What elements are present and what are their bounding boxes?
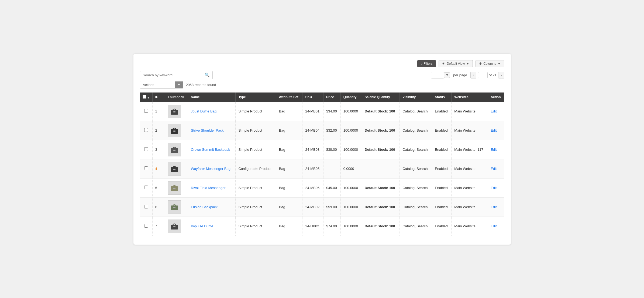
th-status: Status xyxy=(432,93,452,102)
row-websites: Main Website xyxy=(452,121,488,140)
chevron-down-icon3: ▼ xyxy=(147,97,150,99)
row-id: 7 xyxy=(152,217,165,236)
row-status: Enabled xyxy=(432,159,452,178)
row-attribute-set: Bag xyxy=(276,121,302,140)
row-id: 5 xyxy=(152,178,165,197)
th-name: Name xyxy=(188,93,236,102)
row-visibility: Catalog, Search xyxy=(400,121,432,140)
current-page-input[interactable]: 1 xyxy=(478,72,488,78)
row-checkbox-5[interactable] xyxy=(144,205,148,208)
row-attribute-set: Bag xyxy=(276,217,302,236)
product-name-link-0[interactable]: Joust Duffle Bag xyxy=(191,109,216,113)
eye-icon: 👁 xyxy=(442,62,445,66)
product-thumbnail-0 xyxy=(168,105,181,118)
prev-page-button[interactable]: ‹ xyxy=(470,72,476,78)
row-salable-quantity: Default Stock: 100 xyxy=(362,140,400,159)
row-action: Edit xyxy=(488,102,504,121)
th-quantity: Quantity xyxy=(340,93,362,102)
row-sku: 24-MB05 xyxy=(302,159,323,178)
per-page-input[interactable]: 100 xyxy=(431,72,444,78)
row-checkbox-0[interactable] xyxy=(144,109,148,113)
row-sku: 24-MB03 xyxy=(302,140,323,159)
product-name-link-4[interactable]: Rival Field Messenger xyxy=(191,186,226,190)
default-view-button[interactable]: 👁 Default View ▼ xyxy=(439,60,473,67)
edit-link-5[interactable]: Edit xyxy=(491,205,497,209)
default-view-label: Default View xyxy=(447,62,465,66)
row-price: $59.00 xyxy=(323,197,340,217)
row-action: Edit xyxy=(488,217,504,236)
row-quantity: 100.0000 xyxy=(340,121,362,140)
svg-rect-1 xyxy=(173,111,175,112)
row-checkbox-6[interactable] xyxy=(144,224,148,228)
page-input-wrap: 1 of 21 xyxy=(478,72,497,78)
table-row: 7 Impulse Duffle Simple Product Bag 24-U… xyxy=(140,217,504,236)
row-action: Edit xyxy=(488,159,504,178)
svg-rect-5 xyxy=(173,150,175,151)
row-checkbox-3[interactable] xyxy=(144,166,148,170)
svg-rect-13 xyxy=(173,226,175,227)
actions-arrow[interactable]: ▼ xyxy=(175,81,183,88)
row-sku: 24-UB02 xyxy=(302,217,323,236)
row-salable-quantity xyxy=(362,159,400,178)
th-websites: Websites xyxy=(452,93,488,102)
row-price: $34.00 xyxy=(323,102,340,121)
actions-dropdown[interactable]: Actions Delete Change Status Update Attr… xyxy=(140,81,175,88)
row-checkbox-1[interactable] xyxy=(144,128,148,132)
th-sku: SKU xyxy=(302,93,323,102)
edit-link-2[interactable]: Edit xyxy=(491,148,497,152)
edit-link-1[interactable]: Edit xyxy=(491,128,497,132)
main-container: ▿ Filters 👁 Default View ▼ ⚙ Columns ▼ 🔍… xyxy=(133,54,511,245)
svg-rect-9 xyxy=(173,188,175,189)
row-checkbox-cell xyxy=(140,140,153,159)
search-input[interactable] xyxy=(140,71,202,79)
row-action: Edit xyxy=(488,140,504,159)
columns-button[interactable]: ⚙ Columns ▼ xyxy=(476,60,504,67)
pagination-row: 100 ▼ per page ‹ 1 of 21 › xyxy=(431,72,504,78)
table-row: 3 Crown Summit Backpack Simple Product B… xyxy=(140,140,504,159)
row-quantity: 100.0000 xyxy=(340,178,362,197)
product-name-link-6[interactable]: Impulse Duffle xyxy=(191,224,213,228)
edit-link-3[interactable]: Edit xyxy=(491,167,497,171)
search-button[interactable]: 🔍 xyxy=(202,73,212,77)
row-attribute-set: Bag xyxy=(276,102,302,121)
product-name-link-3[interactable]: Wayfarer Messenger Bag xyxy=(191,167,230,171)
th-attribute-set: Attribute Set xyxy=(276,93,302,102)
row-name: Wayfarer Messenger Bag xyxy=(188,159,236,178)
edit-link-0[interactable]: Edit xyxy=(491,109,497,113)
edit-link-4[interactable]: Edit xyxy=(491,186,497,190)
row-sku: 24-MB01 xyxy=(302,102,323,121)
row-visibility: Catalog, Search xyxy=(400,102,432,121)
filter-icon: ▿ xyxy=(421,62,422,66)
table-row: 4 Wayfarer Messenger Bag Configurable Pr… xyxy=(140,159,504,178)
row-type: Configurable Product xyxy=(236,159,276,178)
per-page-dropdown-btn[interactable]: ▼ xyxy=(444,72,450,78)
row-thumbnail xyxy=(165,140,188,159)
filters-button[interactable]: ▿ Filters xyxy=(417,60,436,67)
row-salable-quantity: Default Stock: 100 xyxy=(362,197,400,217)
row-attribute-set: Bag xyxy=(276,140,302,159)
row-websites: Main Website xyxy=(452,159,488,178)
row-action: Edit xyxy=(488,121,504,140)
next-page-button[interactable]: › xyxy=(498,72,504,78)
actions-select-wrap: Actions Delete Change Status Update Attr… xyxy=(140,81,183,89)
sort-icon: ↓ xyxy=(160,96,161,99)
edit-link-6[interactable]: Edit xyxy=(491,224,497,228)
product-name-link-5[interactable]: Fusion Backpack xyxy=(191,205,218,209)
svg-rect-3 xyxy=(173,131,175,132)
row-quantity: 100.0000 xyxy=(340,197,362,217)
row-checkbox-4[interactable] xyxy=(144,186,148,189)
product-thumbnail-2 xyxy=(168,143,181,156)
row-name: Fusion Backpack xyxy=(188,197,236,217)
row-price: $45.00 xyxy=(323,178,340,197)
product-name-link-2[interactable]: Crown Summit Backpack xyxy=(191,148,230,152)
product-name-link-1[interactable]: Strive Shoulder Pack xyxy=(191,128,223,132)
columns-label: Columns xyxy=(483,62,496,66)
th-checkbox: ▼ xyxy=(140,93,153,102)
row-quantity: 100.0000 xyxy=(340,140,362,159)
products-table: ▼ ID ↓ Thumbnail Name Type Attribute Set… xyxy=(140,93,504,236)
row-status: Enabled xyxy=(432,217,452,236)
select-all-checkbox[interactable] xyxy=(143,95,146,99)
row-checkbox-2[interactable] xyxy=(144,147,148,151)
th-salable-quantity: Salable Quantity xyxy=(362,93,400,102)
row-attribute-set: Bag xyxy=(276,197,302,217)
